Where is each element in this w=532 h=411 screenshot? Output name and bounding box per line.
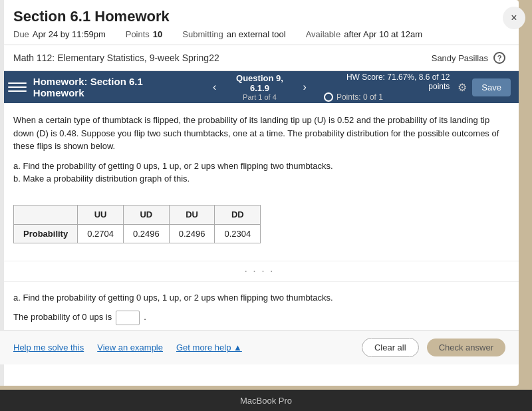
top-header: Section 6.1 Homework Due Apr 24 by 11:59… [0, 0, 519, 45]
sub-b-label: b. Make a probability distribution graph… [13, 172, 505, 186]
table-header-du: DU [169, 206, 215, 225]
save-button[interactable]: Save [472, 78, 511, 96]
row-label: Probability [14, 224, 78, 243]
main-panel: Section 6.1 Homework Due Apr 24 by 11:59… [0, 0, 519, 386]
due-label: Due [13, 29, 29, 39]
inline-input-row: The probability of 0 ups is . [13, 311, 505, 325]
action-buttons: Clear all Check answer [362, 338, 505, 357]
hw-score-value: HW Score: 71.67%, 8.6 of 12 points [324, 72, 450, 91]
clear-all-button[interactable]: Clear all [362, 338, 419, 357]
user-name: Sandy Pasillas [432, 53, 488, 63]
points-circle-icon [324, 92, 333, 102]
left-edge [0, 0, 4, 386]
points-label: Points [126, 29, 150, 39]
gear-button[interactable]: ⚙ [458, 81, 467, 94]
table-cell-ud: 0.2496 [123, 224, 169, 243]
collapse-dots: · · · · [244, 265, 274, 277]
answer-input[interactable] [116, 311, 140, 325]
points-value: 10 [153, 29, 162, 39]
sub-question-title: a. Find the probability of getting 0 ups… [13, 291, 505, 305]
macbook-bar: MacBook Pro [0, 390, 532, 411]
help-links: Help me solve this View an example Get m… [13, 342, 242, 352]
question-num: Question 9, 6.1.9 [225, 73, 293, 93]
probability-table: UU UD DU DD Probability 0.2704 0.2496 0.… [13, 205, 261, 243]
course-bar: Math 112: Elementary Statistics, 9-week … [0, 45, 519, 71]
help-solve-button[interactable]: Help me solve this [13, 342, 84, 352]
due-item: Due Apr 24 by 11:59pm [13, 29, 106, 39]
sub-a-label: a. Find the probability of getting 0 ups… [13, 160, 505, 173]
inline-text: The probability of 0 ups is [13, 311, 112, 325]
hw-score-text: HW Score: 71.67%, 8.6 of 12 points [324, 72, 450, 91]
question-info: Question 9, 6.1.9 Part 1 of 4 [225, 73, 293, 101]
hamburger-line-3 [8, 90, 27, 92]
points-text: Points: 0 of 1 [324, 92, 450, 102]
question-nav: ‹ Question 9, 6.1.9 Part 1 of 4 › [209, 73, 311, 101]
hw-score-area: HW Score: 71.67%, 8.6 of 12 points Point… [324, 72, 450, 102]
hw-nav-bar: Homework: Section 6.1 Homework ‹ Questio… [0, 71, 519, 103]
table-cell-du: 0.2496 [169, 224, 215, 243]
prev-question-button[interactable]: ‹ [209, 78, 220, 96]
table-header-empty [14, 206, 78, 225]
next-question-button[interactable]: › [299, 78, 311, 96]
table-cell-uu: 0.2704 [78, 224, 124, 243]
points-item: Points 10 [126, 29, 163, 39]
hamburger-line-1 [8, 82, 27, 84]
meta-row: Due Apr 24 by 11:59pm Points 10 Submitti… [13, 29, 505, 39]
course-name: Math 112: Elementary Statistics, 9-week … [13, 53, 219, 63]
hamburger-line-2 [8, 86, 27, 88]
user-area: Sandy Pasillas ? [432, 52, 505, 64]
hw-title-prefix: Homework: [33, 76, 90, 87]
submitting-value: an external tool [227, 29, 286, 39]
hamburger-button[interactable] [8, 78, 27, 96]
bottom-toolbar: Help me solve this View an example Get m… [0, 330, 519, 364]
hw-title: Homework: Section 6.1 Homework [33, 76, 196, 98]
available-label: Available [306, 29, 341, 39]
help-icon[interactable]: ? [493, 52, 505, 64]
question-content: When a certain type of thumbtack is flip… [0, 103, 519, 261]
points-value: Points: 0 of 1 [336, 92, 383, 102]
table-header-ud: UD [123, 206, 169, 225]
submitting-item: Submitting an external tool [182, 29, 285, 39]
view-example-button[interactable]: View an example [97, 342, 163, 352]
table-cell-dd: 0.2304 [215, 224, 261, 243]
macbook-label: MacBook Pro [240, 396, 292, 406]
period-text: . [144, 311, 146, 325]
due-value: Apr 24 by 11:59pm [33, 29, 106, 39]
check-answer-button[interactable]: Check answer [427, 339, 505, 356]
question-part: Part 1 of 4 [225, 93, 293, 101]
get-more-help-button[interactable]: Get more help ▲ [176, 342, 242, 352]
table-header-uu: UU [78, 206, 124, 225]
submitting-label: Submitting [182, 29, 223, 39]
table-header-dd: DD [215, 206, 261, 225]
page-title: Section 6.1 Homework [13, 8, 505, 25]
available-item: Available after Apr 10 at 12am [306, 29, 422, 39]
question-text: When a certain type of thumbtack is flip… [13, 114, 505, 153]
close-button[interactable]: × [503, 7, 525, 29]
available-value: after Apr 10 at 12am [344, 29, 422, 39]
collapse-row: · · · · [0, 261, 519, 282]
